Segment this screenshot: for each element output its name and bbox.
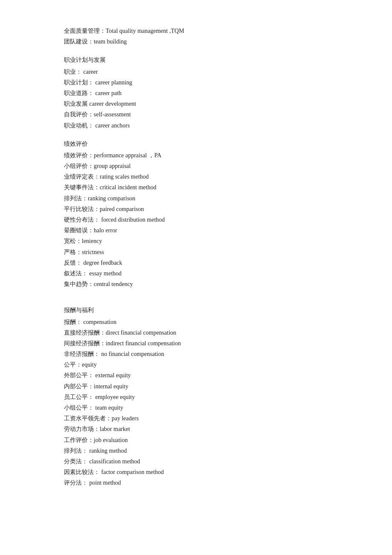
term-line: 员工公平： employee equity [64, 392, 328, 402]
page-content: 全面质量管理：Total quality management ,TQM团队建设… [64, 26, 328, 489]
term-line: 分类法： classification method [64, 456, 328, 467]
term-english: critical incident method [100, 184, 156, 191]
term-line: 劳动力市场：labor market [64, 424, 328, 434]
term-line: 报酬： compensation [64, 317, 328, 327]
term-chinese: 叙述法： [64, 270, 88, 277]
term-line: 排列法：ranking comparison [64, 193, 328, 204]
term-chinese: 报酬： [64, 319, 82, 325]
term-chinese: 职业： [64, 69, 82, 75]
term-chinese: 间接经济报酬： [64, 340, 106, 347]
spacer [64, 131, 328, 139]
term-english: central tendency [94, 281, 133, 287]
spacer [64, 289, 328, 297]
term-english: essay method [88, 270, 121, 277]
term-line: 职业道路： career path [64, 88, 328, 98]
term-english: career [82, 69, 98, 75]
term-chinese: 评分法： [64, 480, 88, 486]
term-line: 职业发展 career development [64, 98, 328, 109]
term-chinese: 直接经济报酬： [64, 330, 106, 336]
term-line: 直接经济报酬：direct financial compensation [64, 327, 328, 338]
term-chinese: 宽松： [64, 238, 82, 244]
term-english: compensation [82, 319, 116, 325]
term-english: point method [88, 480, 121, 486]
term-english: direct financial compensation [106, 330, 176, 336]
term-line: 业绩评定表：rating scales method [64, 171, 328, 182]
term-line: 硬性分布法： forced distribution method [64, 214, 328, 225]
term-chinese: 绩效评价： [64, 152, 94, 159]
term-english: pay leaders [112, 415, 138, 422]
section-heading: 绩效评价 [64, 139, 328, 149]
term-english: internal equity [94, 383, 128, 390]
term-line: 内部公平：internal equity [64, 381, 328, 392]
term-line: 严格：strictness [64, 247, 328, 257]
term-chinese: 工作评价： [64, 437, 94, 443]
term-english: team equity [94, 405, 123, 411]
term-line: 小组公平： team equity [64, 402, 328, 413]
term-chinese: 自我评价： [64, 111, 94, 118]
term-line: 小组评价：group appraisal [64, 161, 328, 171]
term-line: 公平：equity [64, 359, 328, 370]
term-line: 职业： career [64, 66, 328, 77]
term-english: strictness [82, 249, 104, 255]
term-english: halo error [94, 227, 117, 234]
term-english: career path [94, 90, 121, 96]
term-chinese: 严格： [64, 249, 82, 255]
term-line: 集中趋势：central tendency [64, 279, 328, 289]
term-line: 团队建设：team building [64, 36, 328, 47]
term-chinese: 职业道路： [64, 90, 94, 96]
term-chinese: 公平： [64, 361, 82, 368]
term-line: 评分法： point method [64, 477, 328, 488]
term-line: 宽松：leniency [64, 236, 328, 246]
term-chinese: 关键事件法： [64, 184, 100, 191]
section-heading: 职业计划与发展 [64, 55, 328, 65]
term-english: paired comparison [100, 206, 144, 212]
term-english: factor comparison method [100, 469, 164, 475]
term-line: 职业计划： career planning [64, 77, 328, 88]
term-chinese: 硬性分布法： [64, 217, 100, 223]
term-english: job evaluation [94, 437, 128, 443]
term-line: 非经济报酬： no financial compensation [64, 349, 328, 359]
term-chinese: 平行比较法： [64, 206, 100, 212]
term-line: 工作评价：job evaluation [64, 435, 328, 445]
term-line: 自我评价：self-assessment [64, 109, 328, 120]
term-chinese: 外部公平： [64, 372, 94, 379]
section-heading: 报酬与福利 [64, 305, 328, 315]
term-line: 关键事件法：critical incident method [64, 182, 328, 193]
term-chinese: 职业计划： [64, 79, 94, 86]
term-chinese: 小组公平： [64, 405, 94, 411]
term-english: indirect financial compensation [106, 340, 181, 347]
term-line: 全面质量管理：Total quality management ,TQM [64, 26, 328, 36]
term-chinese: 业绩评定表： [64, 173, 100, 180]
term-line: 因素比较法： factor comparison method [64, 467, 328, 477]
term-line: 叙述法： essay method [64, 268, 328, 279]
term-chinese: 职业发展 [64, 101, 88, 107]
term-english: degree feedback [82, 260, 122, 266]
term-english: Total quality management ,TQM [106, 28, 184, 34]
term-chinese: 内部公平： [64, 383, 94, 390]
term-chinese: 反馈： [64, 260, 82, 266]
term-english: rating scales method [100, 173, 149, 180]
term-english: team building [94, 38, 127, 45]
term-english: career anchors [94, 122, 130, 129]
term-english: employee equity [94, 394, 135, 400]
term-chinese: 职业动机： [64, 122, 94, 129]
term-english: ranking comparison [88, 195, 135, 202]
term-chinese: 晕圈错误： [64, 227, 94, 234]
term-line: 平行比较法：paired comparison [64, 204, 328, 214]
spacer [64, 297, 328, 305]
term-line: 绩效评价：performance appraisal ，PA [64, 150, 328, 161]
term-english: career planning [94, 79, 132, 86]
term-chinese: 团队建设： [64, 38, 94, 45]
term-english: ranking method [88, 448, 127, 454]
term-english: external equity [94, 372, 131, 379]
term-line: 反馈： degree feedback [64, 257, 328, 268]
term-english: self-assessment [94, 111, 131, 118]
term-line: 工资水平领先者：pay leaders [64, 413, 328, 424]
spacer [64, 47, 328, 55]
term-chinese: 排列法： [64, 448, 88, 454]
term-chinese: 因素比较法： [64, 469, 100, 475]
term-english: career development [88, 101, 136, 107]
term-chinese: 非经济报酬： [64, 351, 100, 357]
term-line: 外部公平： external equity [64, 370, 328, 381]
term-english: equity [82, 361, 97, 368]
